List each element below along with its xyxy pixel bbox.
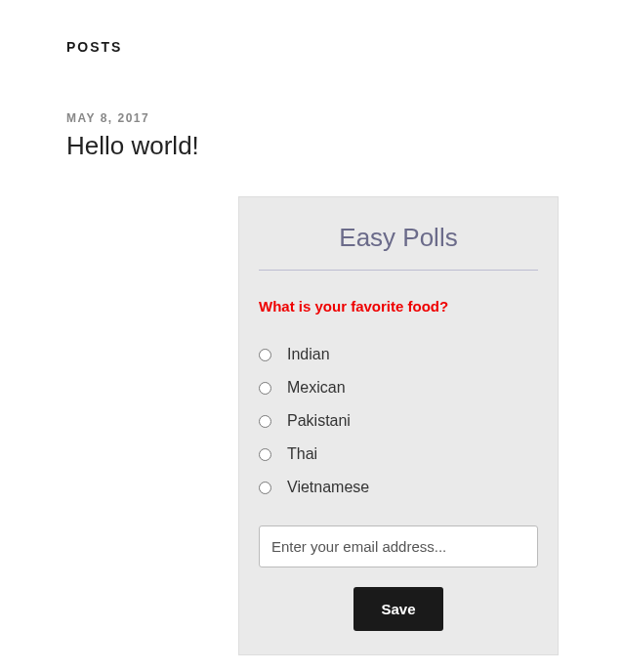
poll-option: Indian xyxy=(259,338,538,371)
section-heading: POSTS xyxy=(66,39,589,55)
poll-option-radio[interactable] xyxy=(259,415,271,428)
poll-option-radio[interactable] xyxy=(259,382,271,395)
poll-widget-title: Easy Polls xyxy=(259,223,538,271)
poll-option: Vietnamese xyxy=(259,471,538,504)
poll-option-label: Indian xyxy=(287,346,330,363)
poll-option: Thai xyxy=(259,438,538,471)
post-date: MAY 8, 2017 xyxy=(66,111,589,125)
poll-question: What is your favorite food? xyxy=(259,298,538,315)
page-container: POSTS MAY 8, 2017 Hello world! Easy Poll… xyxy=(0,0,623,655)
poll-option: Pakistani xyxy=(259,404,538,438)
poll-option-radio[interactable] xyxy=(259,448,271,461)
poll-widget: Easy Polls What is your favorite food? I… xyxy=(238,196,559,655)
save-button[interactable]: Save xyxy=(353,587,442,631)
poll-option: Mexican xyxy=(259,371,538,404)
post-meta: MAY 8, 2017 Hello world! xyxy=(66,111,589,161)
save-row: Save xyxy=(259,587,538,631)
email-field[interactable] xyxy=(259,525,538,567)
poll-option-radio[interactable] xyxy=(259,349,271,361)
poll-option-label: Pakistani xyxy=(287,412,351,430)
post-title[interactable]: Hello world! xyxy=(66,131,589,161)
poll-option-radio[interactable] xyxy=(259,482,271,494)
poll-option-label: Mexican xyxy=(287,379,346,397)
poll-options-list: Indian Mexican Pakistani Thai Vietnamese xyxy=(259,338,538,504)
poll-option-label: Vietnamese xyxy=(287,479,369,496)
poll-option-label: Thai xyxy=(287,445,317,463)
